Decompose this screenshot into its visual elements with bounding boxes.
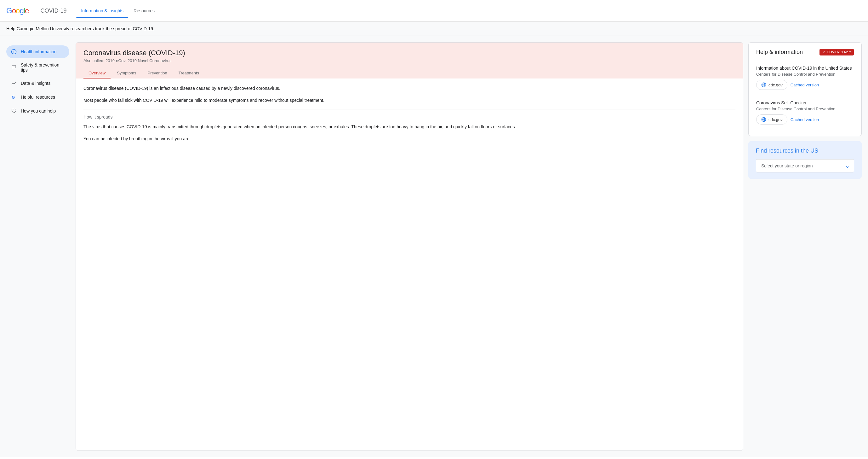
logo-e: e bbox=[25, 6, 29, 15]
main-container: i Health information Safety & prevention… bbox=[0, 36, 868, 457]
tab-treatments[interactable]: Treatments bbox=[174, 68, 204, 79]
find-resources-card: Find resources in the US Select your sta… bbox=[748, 141, 862, 179]
sidebar-label-health-information: Health information bbox=[21, 49, 57, 54]
content-area: Coronavirus disease (COVID-19) Also call… bbox=[75, 42, 862, 451]
cdc-link-1[interactable]: cdc.gov bbox=[756, 114, 787, 124]
logo-o1: o bbox=[12, 6, 16, 15]
overview-para-1: Coronavirus disease (COVID-19) is an inf… bbox=[84, 85, 735, 92]
cached-link-0[interactable]: Cached version bbox=[790, 83, 819, 87]
help-card-title: Help & information bbox=[756, 49, 803, 56]
card-body: Coronavirus disease (COVID-19) is an inf… bbox=[76, 79, 743, 154]
sidebar-label-helpful-resources: Helpful resources bbox=[21, 94, 55, 99]
svg-text:i: i bbox=[13, 50, 14, 54]
help-card-header: Help & information ⚠ COVID-19 Alert bbox=[756, 49, 854, 56]
tab-symptoms[interactable]: Symptoms bbox=[112, 68, 141, 79]
sidebar-item-health-information[interactable]: i Health information bbox=[6, 46, 69, 58]
tab-overview[interactable]: Overview bbox=[84, 68, 111, 79]
how-it-spreads-heading: How it spreads bbox=[84, 114, 735, 119]
state-select-wrapper: Select your state or region Alabama Alas… bbox=[756, 159, 854, 172]
sidebar: i Health information Safety & prevention… bbox=[6, 42, 69, 451]
sidebar-item-how-you-can-help[interactable]: How you can help bbox=[6, 105, 69, 117]
overview-para-2: Most people who fall sick with COVID-19 … bbox=[84, 97, 735, 104]
globe-icon-0 bbox=[761, 82, 767, 88]
sidebar-label-data-insights: Data & insights bbox=[21, 81, 51, 86]
logo-o2: o bbox=[16, 6, 20, 15]
spreads-para-2: You can be infected by breathing in the … bbox=[84, 135, 735, 142]
find-resources-title: Find resources in the US bbox=[756, 147, 854, 154]
resource-item-1: Coronavirus Self-Checker Centers for Dis… bbox=[756, 95, 854, 130]
flag-icon bbox=[11, 64, 17, 70]
resource-link-0: cdc.gov Cached version bbox=[756, 80, 854, 90]
cached-link-1[interactable]: Cached version bbox=[790, 117, 819, 122]
nav-tabs: Information & insights Resources bbox=[76, 3, 160, 18]
covid-alert-badge: ⚠ COVID-19 Alert bbox=[819, 49, 854, 56]
resource-source-0: Centers for Disease Control and Preventi… bbox=[756, 72, 854, 77]
info-circle-icon: i bbox=[11, 49, 17, 55]
trending-up-icon bbox=[11, 80, 17, 86]
sidebar-item-data-insights[interactable]: Data & insights bbox=[6, 77, 69, 89]
help-information-card: Help & information ⚠ COVID-19 Alert Info… bbox=[748, 42, 862, 136]
main-disease-card: Coronavirus disease (COVID-19) Also call… bbox=[75, 42, 743, 451]
resource-title-1: Coronavirus Self-Checker bbox=[756, 100, 854, 105]
svg-text:G: G bbox=[12, 95, 15, 99]
card-header: Coronavirus disease (COVID-19) Also call… bbox=[76, 42, 743, 79]
cmu-banner: Help Carnegie Mellon University research… bbox=[0, 22, 868, 36]
tab-prevention[interactable]: Prevention bbox=[143, 68, 172, 79]
tab-information-insights[interactable]: Information & insights bbox=[76, 3, 128, 18]
sidebar-label-how-you-can-help: How you can help bbox=[21, 109, 56, 114]
cdc-link-label-0: cdc.gov bbox=[769, 83, 783, 87]
content-tabs-row: Overview Symptoms Prevention Treatments bbox=[84, 68, 735, 79]
disease-subtitle: Also called: 2019-nCov, 2019 Novel Coron… bbox=[84, 58, 735, 63]
spreads-para-1: The virus that causes COVID-19 is mainly… bbox=[84, 123, 735, 130]
covid-title: COVID-19 bbox=[35, 7, 66, 14]
sidebar-item-safety-prevention[interactable]: Safety & prevention tips bbox=[6, 59, 69, 76]
sidebar-label-safety-prevention: Safety & prevention tips bbox=[21, 62, 65, 73]
resource-source-1: Centers for Disease Control and Preventi… bbox=[756, 107, 854, 111]
sidebar-item-helpful-resources[interactable]: G Helpful resources bbox=[6, 91, 69, 104]
google-g-icon: G bbox=[11, 94, 17, 100]
section-divider bbox=[84, 109, 735, 109]
logo-g2: g bbox=[20, 6, 23, 15]
banner-text: Help Carnegie Mellon University research… bbox=[6, 26, 154, 31]
logo-text: Google bbox=[6, 6, 29, 15]
cdc-link-label-1: cdc.gov bbox=[769, 117, 783, 122]
logo-g: G bbox=[6, 6, 12, 15]
cdc-link-0[interactable]: cdc.gov bbox=[756, 80, 787, 90]
google-logo: Google bbox=[6, 6, 29, 15]
globe-icon-1 bbox=[761, 117, 767, 122]
disease-title: Coronavirus disease (COVID-19) bbox=[84, 49, 735, 57]
heart-icon bbox=[11, 108, 17, 114]
resource-link-1: cdc.gov Cached version bbox=[756, 114, 854, 124]
resource-item-0: Information about COVID-19 in the United… bbox=[756, 60, 854, 95]
state-select[interactable]: Select your state or region Alabama Alas… bbox=[756, 159, 854, 172]
resource-title-0: Information about COVID-19 in the United… bbox=[756, 65, 854, 70]
tab-resources[interactable]: Resources bbox=[128, 3, 160, 18]
right-panel: Help & information ⚠ COVID-19 Alert Info… bbox=[748, 42, 862, 451]
header: Google COVID-19 Information & insights R… bbox=[0, 0, 868, 22]
